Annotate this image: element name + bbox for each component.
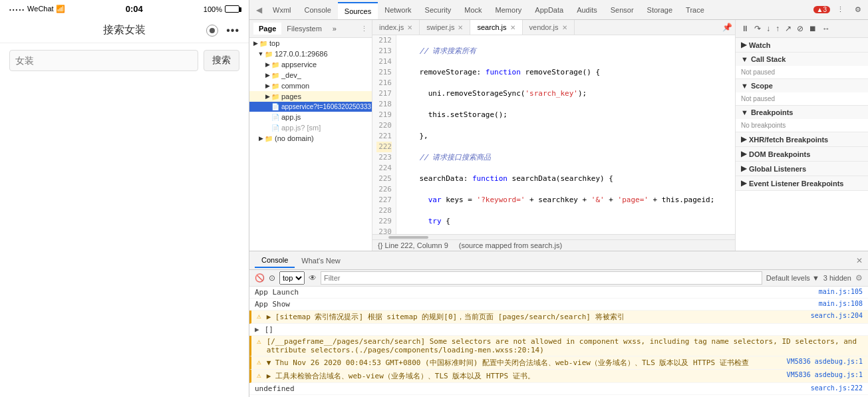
debug-step-out-btn[interactable]: ↑ [774,23,781,35]
tree-item-pages[interactable]: ▶ 📁 pages [249,91,372,102]
code-tab-vendor[interactable]: vendor.js ✕ [523,20,575,35]
scope-content: Not paused [736,92,868,105]
tab-close-swiper[interactable]: ✕ [458,24,463,31]
tree-item-appservice[interactable]: ▶ 📁 appservice [249,59,372,70]
tab-sensor[interactable]: Sensor [604,2,641,18]
debug-event-header[interactable]: ▶ Event Listener Breakpoints [736,176,868,190]
tab-close-index[interactable]: ✕ [407,24,412,31]
code-tab-swiper[interactable]: swiper.js ✕ [420,20,470,35]
console-src[interactable]: VM5836 asdebug.js:1 [787,371,863,378]
breakpoints-label: Breakpoints [751,108,794,116]
mobile-rec-icon[interactable] [206,25,218,37]
mobile-search-button[interactable]: 搜索 [204,50,239,71]
file-tree-more-tab[interactable]: » [327,23,342,35]
debug-deactivate-btn[interactable]: ⊘ [796,23,805,35]
tab-memory[interactable]: Memory [489,2,529,18]
debug-step-btn[interactable]: ↗ [784,23,793,35]
devtools-menu-btn[interactable]: ⋮ [833,4,848,15]
console-text: App Launch [255,288,299,297]
devtools-main: Page Filesystem » ⋮ ▶ 📁 top ▼ 📁 127.0.0.… [249,20,868,397]
mobile-dots-menu[interactable]: ••• [226,25,239,37]
debug-callstack-header[interactable]: ▼ Call Stack [736,53,868,66]
console-text: ▶ [sitemap 索引情况提示] 根据 sitemap 的规则[0]，当前页… [267,312,625,322]
dom-label: DOM Breakpoints [749,150,810,158]
console-text: ▼ Thu Nov 26 2020 00:04:53 GMT+0800 (中国标… [267,358,749,368]
debug-more-btn[interactable]: ↔ [821,23,831,35]
tab-close-vendor[interactable]: ✕ [562,24,567,31]
tab-appdata[interactable]: AppData [528,2,570,18]
tree-item-top[interactable]: ▶ 📁 top [249,38,372,49]
debug-dom-header[interactable]: ▶ DOM Breakpoints [736,147,868,161]
console-stop-btn[interactable]: ⊙ [269,273,275,283]
expand-arrow[interactable]: ▶ [255,325,259,334]
mobile-search-bar: 搜索 [0,43,249,78]
tab-close-search[interactable]: ✕ [510,24,515,31]
tab-security[interactable]: Security [418,2,458,18]
devtools-arrow-left[interactable]: ◀ [252,1,266,19]
error-badge[interactable]: ▲3 [813,6,830,13]
code-tab-pin[interactable]: 📌 [720,20,735,35]
tree-item-common[interactable]: ▶ 📁 common [249,80,372,91]
debug-global-header[interactable]: ▶ Global Listeners [736,162,868,176]
debug-scope-header[interactable]: ▼ Scope [736,79,868,92]
tab-wxml[interactable]: Wxml [266,2,298,18]
devtools-settings-btn[interactable]: ⚙ [851,4,865,15]
scope-arrow: ▼ [741,82,748,90]
console-src[interactable]: search.js:204 [811,312,863,319]
mobile-wifi-icon: 📶 [56,5,65,13]
file-tree-filesystem-tab[interactable]: Filesystem [281,23,327,35]
console-context-select[interactable]: top [279,271,305,285]
console-src[interactable]: VM5836 asdebug.js:1 [787,358,863,365]
tree-item-appjs[interactable]: 📄 app.js [249,112,372,122]
tree-item-appjs-sm[interactable]: 📄 app.js? [sm] [249,122,372,133]
debug-step-into-btn[interactable]: ↓ [765,23,772,35]
console-src[interactable]: search.js:222 [811,384,863,392]
console-src[interactable]: main.js:105 [819,288,863,295]
code-line-215: this.setStorage(); [402,110,730,120]
debug-step-over-btn[interactable]: ↷ [753,23,762,35]
debug-blackbox-btn[interactable]: ⏹ [807,23,818,35]
console-clear-btn[interactable]: 🚫 [255,273,265,283]
tree-item-appservice-file[interactable]: 📄 appservice?t=1606320250333 [249,102,372,112]
debug-pause-btn[interactable]: ⏸ [740,23,750,35]
console-hidden-count: 3 hidden [823,274,851,282]
console-text: undefined [255,384,295,393]
global-label: Global Listeners [749,165,806,173]
console-level-select[interactable]: Default levels ▼ [766,274,819,282]
console-tab-whatsnew[interactable]: What's New [295,254,347,267]
horizontal-scroll[interactable] [372,234,735,239]
code-tab-index[interactable]: index.js ✕ [372,20,420,35]
warn-icon: ⚠ [257,358,261,366]
folder-icon: 📁 [271,61,280,68]
file-tree-page-tab[interactable]: Page [253,23,281,35]
folder-icon: 📁 [264,135,273,142]
mobile-search-input[interactable] [9,50,198,71]
debug-breakpoints-header[interactable]: ▼ Breakpoints [736,106,868,119]
console-eye-icon[interactable]: 👁 [309,273,317,283]
debug-xhr-header[interactable]: ▶ XHR/fetch Breakpoints [736,132,868,146]
tab-network[interactable]: Network [378,2,418,18]
file-tree-header: Page Filesystem » ⋮ [249,20,372,38]
tab-mock[interactable]: Mock [458,2,488,18]
code-tab-search[interactable]: search.js ✕ [470,20,522,35]
tree-item-no-domain[interactable]: ▶ 📁 (no domain) [249,133,372,144]
tab-console[interactable]: Console [298,2,338,18]
tree-item-dev[interactable]: ▶ 📁 _dev_ [249,70,372,80]
tree-item-host[interactable]: ▼ 📁 127.0.0.1:29686 [249,49,372,59]
file-tree-menu[interactable]: ⋮ [361,25,368,33]
console-tab-console[interactable]: Console [255,253,295,268]
debug-section-callstack: ▼ Call Stack Not paused [736,53,868,79]
warn-icon: ⚠ [257,371,261,380]
tab-audits[interactable]: Audits [570,2,604,18]
scope-label: Scope [751,82,773,90]
tab-trace[interactable]: Trace [679,2,711,18]
code-line-214: uni.removeStorageSync('srarch_key'); [402,88,730,99]
tab-sources[interactable]: Sources [338,2,378,19]
console-src[interactable]: main.js:108 [819,300,863,307]
hscroll-thumb[interactable] [388,236,428,239]
console-settings-btn[interactable]: ⚙ [855,273,863,283]
console-close-btn[interactable]: ✕ [856,256,863,265]
debug-section-watch-header[interactable]: ▶ Watch [736,38,868,52]
console-filter-input[interactable] [321,271,762,285]
tab-storage[interactable]: Storage [641,2,680,18]
